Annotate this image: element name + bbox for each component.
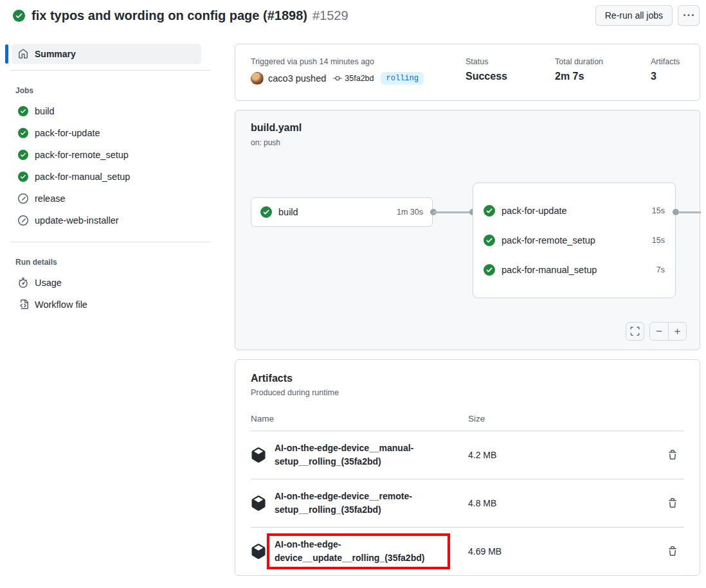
artifacts-table-header: Name Size — [251, 397, 684, 431]
header-actions: Re-run all jobs — [595, 5, 700, 26]
duration-label: Total duration — [555, 57, 651, 66]
artifacts-label: Artifacts — [651, 57, 680, 66]
sidebar-job-pack-for-remote-setup[interactable]: pack-for-remote_setup — [0, 144, 224, 166]
success-icon — [18, 106, 28, 116]
success-icon — [18, 128, 28, 138]
node-duration: 15s — [652, 206, 665, 215]
kebab-icon — [683, 10, 694, 21]
run-success-icon — [13, 10, 25, 22]
zoom-control-group: − + — [649, 322, 687, 341]
main-content: Triggered via push 14 minutes ago caco3 … — [235, 44, 700, 576]
run-title: fix typos and wording on config page (#1… — [32, 8, 307, 23]
delete-artifact-button[interactable] — [666, 497, 679, 510]
sidebar-job-update-web-installer[interactable]: update-web-installer — [0, 209, 224, 231]
artifacts-card: Artifacts Produced during runtime Name S… — [235, 359, 700, 576]
actor-line: caco3 pushed 35fa2bd rolling — [251, 72, 466, 85]
status-column: Status Success — [466, 57, 555, 85]
sidebar-job-pack-for-update[interactable]: pack-for-update — [0, 122, 224, 144]
zoom-out-button[interactable]: − — [650, 323, 668, 340]
node-duration: 15s — [652, 236, 665, 245]
kebab-menu-button[interactable] — [678, 5, 700, 26]
actor-pushed-text: caco3 pushed — [268, 73, 326, 84]
git-commit-icon — [333, 74, 342, 83]
trash-icon — [667, 546, 678, 557]
artifacts-title: Artifacts — [251, 373, 684, 384]
graph-node-pack-for-update[interactable]: pack-for-update 15s — [484, 196, 665, 226]
status-value: Success — [466, 71, 555, 82]
job-label: release — [35, 193, 66, 204]
success-icon — [260, 206, 272, 218]
package-icon — [251, 495, 266, 511]
job-label: pack-for-manual_setup — [35, 172, 130, 182]
node-label: pack-for-manual_setup — [502, 265, 597, 275]
package-icon — [251, 447, 266, 463]
artifact-name-cell: AI-on-the-edge-device__update__rolling_(… — [251, 538, 468, 565]
success-icon — [18, 150, 28, 160]
workflow-trigger-subtitle: on: push — [251, 138, 684, 147]
sidebar-job-build[interactable]: build — [0, 100, 224, 122]
trash-icon — [667, 450, 678, 460]
artifacts-subtitle: Produced during runtime — [251, 388, 684, 397]
trash-icon — [667, 498, 678, 508]
artifact-name-cell: AI-on-the-edge-device__manual-setup__rol… — [251, 441, 468, 468]
workflow-graph-card: build.yaml on: push build 1m 30s pack-fo… — [235, 110, 700, 350]
run-header: fix typos and wording on config page (#1… — [0, 0, 706, 31]
delete-artifact-button[interactable] — [666, 545, 679, 558]
success-icon — [484, 235, 495, 246]
sidebar: Summary Jobs build pack-for-update pack-… — [0, 44, 224, 316]
artifacts-count-value: 3 — [651, 71, 680, 82]
summary-label: Summary — [35, 49, 76, 59]
commit-sha-link[interactable]: 35fa2bd — [345, 74, 374, 83]
avatar[interactable] — [251, 72, 264, 85]
home-icon — [18, 49, 28, 59]
node-duration: 7s — [656, 265, 665, 274]
column-header-size: Size — [468, 414, 658, 423]
node-label: pack-for-update — [502, 206, 567, 216]
usage-label: Usage — [35, 278, 62, 288]
sidebar-item-summary[interactable]: Summary — [12, 44, 201, 64]
sidebar-item-usage[interactable]: Usage — [0, 272, 224, 294]
artifact-row: AI-on-the-edge-device__remote-setup__rol… — [251, 479, 684, 527]
sidebar-divider — [10, 242, 211, 242]
connector-line — [433, 211, 473, 213]
job-label: pack-for-remote_setup — [35, 150, 129, 160]
commit-ref: 35fa2bd — [333, 74, 374, 83]
zoom-in-button[interactable]: + — [668, 323, 686, 340]
sidebar-item-workflow-file[interactable]: Workflow file — [0, 294, 224, 316]
node-label: pack-for-remote_setup — [502, 235, 595, 245]
sidebar-job-pack-for-manual-setup[interactable]: pack-for-manual_setup — [0, 166, 224, 188]
delete-artifact-button[interactable] — [666, 449, 679, 461]
rerun-all-jobs-button[interactable]: Re-run all jobs — [595, 5, 673, 26]
triggered-text: Triggered via push 14 minutes ago — [251, 57, 466, 66]
job-label: update-web-installer — [35, 215, 119, 226]
run-details-section-label: Run details — [15, 258, 224, 267]
run-summary-card: Triggered via push 14 minutes ago caco3 … — [235, 44, 700, 101]
status-label: Status — [466, 57, 555, 66]
selected-accent-bar — [5, 44, 8, 64]
artifact-size: 4.8 MB — [468, 498, 658, 508]
sidebar-divider — [10, 70, 211, 71]
summary-row: Summary — [0, 44, 224, 64]
artifact-name-link[interactable]: AI-on-the-edge-device__manual-setup__rol… — [275, 441, 458, 468]
artifact-row: AI-on-the-edge-device__manual-setup__rol… — [251, 431, 684, 479]
artifact-size: 4.2 MB — [468, 450, 658, 460]
artifact-row: AI-on-the-edge-device__update__rolling_(… — [251, 527, 684, 575]
stopwatch-icon — [18, 278, 28, 288]
sidebar-job-release[interactable]: release — [0, 188, 224, 209]
fullscreen-button[interactable] — [626, 322, 644, 341]
fullscreen-icon — [630, 326, 640, 336]
node-duration: 1m 30s — [397, 208, 423, 217]
graph-node-build[interactable]: build 1m 30s — [251, 197, 433, 227]
artifact-name-link[interactable]: AI-on-the-edge-device__remote-setup__rol… — [275, 490, 458, 517]
graph-node-pack-for-manual-setup[interactable]: pack-for-manual_setup 7s — [484, 255, 665, 285]
branch-badge[interactable]: rolling — [381, 72, 423, 85]
success-icon — [484, 264, 495, 276]
node-label: build — [278, 207, 298, 217]
job-label: pack-for-update — [35, 128, 100, 138]
graph-node-pack-for-remote-setup[interactable]: pack-for-remote_setup 15s — [484, 226, 665, 255]
artifact-name-cell: AI-on-the-edge-device__remote-setup__rol… — [251, 490, 468, 517]
graph-group-pack-jobs: pack-for-update 15s pack-for-remote_setu… — [473, 183, 676, 298]
connector-line — [678, 211, 701, 213]
artifact-name-link-highlighted[interactable]: AI-on-the-edge-device__update__rolling_(… — [267, 533, 450, 569]
file-code-icon — [18, 299, 28, 310]
